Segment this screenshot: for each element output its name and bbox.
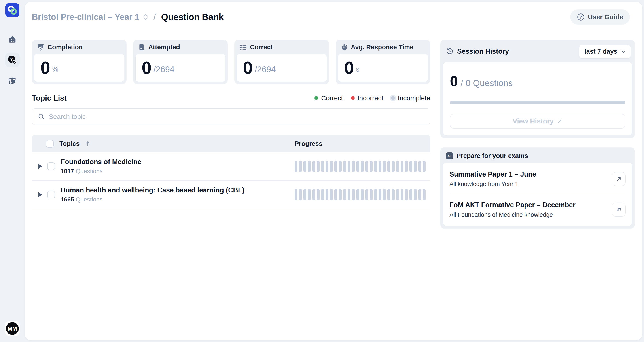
topic-cell: Foundations of Medicine 1017Questions: [61, 158, 141, 175]
legend-label: Correct: [321, 94, 343, 102]
question-bank-icon: ?: [8, 56, 17, 64]
table-row[interactable]: Foundations of Medicine 1017Questions: [32, 152, 430, 180]
stat-head: Avg. Response Time: [336, 40, 430, 54]
stat-card-avg-response-time: Avg. Response Time 0 s: [336, 40, 430, 84]
stats-row: Completion 0 % Atte: [32, 40, 430, 84]
user-guide-label: User Guide: [588, 13, 623, 21]
page: ? MM Bristol Pre-clinical – Year 1: [0, 0, 644, 342]
expand-row-icon[interactable]: [38, 164, 42, 169]
row-checkbox[interactable]: [47, 191, 55, 198]
session-history-panel: Session History last 7 days 0 / 0 Que: [440, 40, 635, 138]
exam-text: Summative Paper 1 – June All knowledge f…: [450, 170, 536, 188]
legend-item-incorrect: Incorrect: [351, 94, 384, 102]
topic-question-count: 1665Questions: [61, 196, 244, 203]
exam-item: Summative Paper 1 – June All knowledge f…: [450, 164, 626, 194]
session-score-suffix: / 0 Questions: [461, 78, 513, 88]
right-column: Session History last 7 days 0 / 0 Que: [440, 40, 635, 340]
question-count-value: 1665: [61, 196, 74, 203]
topic-cell: Human health and wellbeing: Case based l…: [61, 186, 244, 203]
stat-suffix: s: [356, 62, 360, 73]
topic-search: [32, 108, 430, 125]
date-range-select[interactable]: last 7 days: [579, 45, 631, 58]
presentation-chart-icon: [37, 44, 44, 51]
checklist-icon: [240, 44, 247, 51]
question-circle-icon: ?: [577, 13, 585, 21]
session-score: 0 / 0 Questions: [450, 73, 625, 90]
legend-dot-incomplete: [391, 96, 395, 100]
table-header: Topics Progress: [32, 135, 430, 152]
sidebar-item-home[interactable]: [8, 35, 16, 43]
user-guide-button[interactable]: ? User Guide: [570, 10, 630, 24]
stat-value-card: 0 /2694: [136, 54, 226, 82]
progress-segments: [294, 189, 430, 200]
left-column: Completion 0 % Atte: [32, 40, 430, 340]
select-all-checkbox[interactable]: [46, 140, 54, 148]
breadcrumb: Bristol Pre-clinical – Year 1 / Question…: [32, 12, 224, 22]
avatar-initials: MM: [6, 322, 19, 335]
view-history-button[interactable]: View History: [450, 114, 625, 128]
column-progress: Progress: [294, 140, 430, 147]
legend-dot-correct: [314, 96, 318, 100]
exam-prep-panel: A+ Prepare for your exams Summative Pape…: [440, 147, 635, 229]
page-title: Question Bank: [161, 12, 224, 22]
course-switch-icon[interactable]: [143, 13, 148, 21]
exam-description: All knowledge from Year 1: [450, 181, 536, 188]
app-logo[interactable]: [5, 3, 20, 17]
open-exam-button[interactable]: [612, 172, 626, 186]
progress-legend: Correct Incorrect Incomplete: [314, 94, 430, 102]
stat-card-completion: Completion 0 %: [32, 40, 126, 84]
stat-value-card: 0 %: [34, 54, 124, 82]
arrow-up-right-icon: [616, 207, 622, 212]
stat-value: 0: [40, 58, 50, 78]
topic-title[interactable]: Foundations of Medicine: [61, 158, 141, 166]
main-panel: Bristol Pre-clinical – Year 1 / Question…: [25, 2, 642, 340]
session-progress-bar: [450, 101, 625, 104]
stat-value-card: 0 s: [338, 54, 428, 82]
session-score-value: 0: [450, 73, 458, 90]
topic-list-title: Topic List: [32, 94, 67, 102]
home-icon: [8, 35, 16, 43]
legend-item-incomplete: Incomplete: [391, 94, 430, 102]
row-checkbox[interactable]: [47, 162, 55, 170]
exam-title: FoM AKT Formative Paper – December: [450, 201, 576, 209]
stat-head: Correct: [234, 40, 329, 54]
question-count-value: 1017: [61, 168, 74, 174]
stat-card-correct: Correct 0 /2694: [234, 40, 329, 84]
exam-prep-title: Prepare for your exams: [456, 152, 528, 160]
topic-question-count: 1017Questions: [61, 168, 141, 175]
legend-label: Incomplete: [398, 94, 430, 102]
stopwatch-icon: [341, 44, 348, 51]
content: Completion 0 % Atte: [25, 25, 642, 340]
svg-text:?: ?: [10, 57, 13, 62]
arrow-up-right-icon: [557, 118, 562, 124]
sidebar-nav: ?: [5, 35, 20, 84]
stat-value: 0: [142, 58, 151, 78]
document-icon: [138, 44, 145, 51]
stat-label: Avg. Response Time: [351, 44, 414, 51]
search-input[interactable]: [49, 113, 424, 120]
arrow-up-right-icon: [616, 176, 622, 182]
stat-suffix: /2694: [255, 62, 276, 74]
sort-ascending-icon[interactable]: [85, 141, 90, 146]
search-icon: [38, 113, 45, 120]
logo-links-icon: [5, 3, 20, 17]
expand-row-icon[interactable]: [38, 192, 42, 197]
column-topics[interactable]: Topics: [60, 140, 80, 147]
sidebar-item-question-bank[interactable]: ?: [5, 52, 20, 67]
view-history-label: View History: [512, 117, 554, 125]
stat-value: 0: [243, 58, 252, 78]
legend-label: Incorrect: [358, 94, 384, 102]
topbar: Bristol Pre-clinical – Year 1 / Question…: [25, 2, 642, 25]
table-row[interactable]: Human health and wellbeing: Case based l…: [32, 180, 430, 209]
stat-value-card: 0 /2694: [236, 54, 327, 82]
session-history-card: 0 / 0 Questions View History: [443, 62, 632, 136]
topic-title[interactable]: Human health and wellbeing: Case based l…: [61, 186, 244, 194]
open-exam-button[interactable]: [612, 203, 626, 216]
svg-text:?: ?: [580, 15, 582, 20]
question-count-label: Questions: [76, 168, 103, 174]
sidebar-item-flashcards[interactable]: [8, 76, 16, 84]
user-avatar[interactable]: MM: [5, 321, 20, 336]
breadcrumb-course-selector[interactable]: Bristol Pre-clinical – Year 1: [32, 12, 139, 22]
chevron-down-icon: [621, 49, 626, 54]
exam-title: Summative Paper 1 – June: [450, 170, 536, 178]
